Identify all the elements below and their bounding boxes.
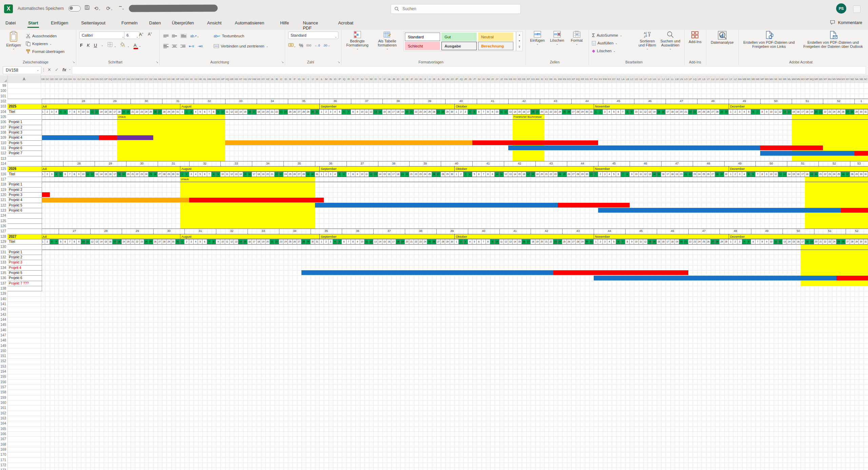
row-header[interactable]: 170	[0, 452, 6, 457]
column-header[interactable]: KF	[526, 75, 531, 83]
day-cell[interactable]: 20	[679, 109, 684, 115]
day-cell[interactable]: 7	[347, 239, 351, 244]
column-header[interactable]: MP	[805, 75, 810, 83]
day-cell[interactable]: 6	[342, 239, 346, 244]
day-cell[interactable]: 9	[630, 109, 634, 115]
week-number[interactable]: 53	[850, 161, 868, 166]
column-header[interactable]: JX	[490, 75, 495, 83]
column-header[interactable]: KZ	[616, 75, 621, 83]
style-gut[interactable]: Gut	[441, 33, 477, 41]
day-cell[interactable]: 21	[131, 109, 135, 115]
day-cell[interactable]: 27	[571, 109, 576, 115]
day-cell[interactable]: 24	[697, 109, 702, 115]
day-cell[interactable]: 19	[122, 239, 126, 244]
day-cell[interactable]: 3	[463, 239, 468, 244]
column-header[interactable]: JN	[445, 75, 450, 83]
day-cell[interactable]: 20	[540, 239, 544, 244]
month-label[interactable]: November	[595, 166, 610, 171]
day-cell[interactable]: 23	[140, 239, 144, 244]
column-header[interactable]: IW	[369, 75, 374, 83]
day-cell[interactable]: 27	[846, 109, 850, 115]
format-painter-button[interactable]: Format übertragen	[26, 47, 64, 56]
day-cell[interactable]: 23	[693, 172, 697, 177]
column-header[interactable]: GW	[135, 75, 140, 83]
day-cell[interactable]: 25	[427, 172, 432, 177]
week-number[interactable]: 33	[248, 229, 279, 234]
day-cell[interactable]: 23	[553, 172, 558, 177]
day-cell[interactable]: 25	[836, 172, 841, 177]
row-header[interactable]: 153	[0, 364, 6, 369]
day-cell[interactable]: 23	[828, 239, 832, 244]
day-cell[interactable]: 28	[715, 172, 719, 177]
column-header[interactable]: LV	[715, 75, 720, 83]
tab-datei[interactable]: Datei	[4, 20, 17, 25]
week-number[interactable]: 49	[729, 99, 760, 104]
day-cell[interactable]: 3	[189, 172, 194, 177]
day-cell[interactable]: 20	[679, 239, 684, 244]
day-cell[interactable]: 17	[391, 109, 396, 115]
day-cell[interactable]: 28	[715, 109, 719, 115]
italic-button[interactable]: K	[87, 43, 90, 48]
column-header[interactable]: MJ	[778, 75, 783, 83]
column-header[interactable]: IL	[319, 75, 324, 83]
column-header[interactable]: KX	[607, 75, 612, 83]
project-label-cell[interactable]: Projekt 6	[7, 275, 42, 281]
tab-überprüfen[interactable]: Überprüfen	[171, 20, 195, 25]
day-cell[interactable]: 8	[486, 172, 490, 177]
column-header[interactable]: MS	[818, 75, 823, 83]
font-color-icon[interactable]: A ⌄	[134, 43, 141, 48]
day-cell[interactable]: 2	[598, 239, 603, 244]
day-cell[interactable]: 27	[158, 109, 162, 115]
column-header[interactable]: HU	[243, 75, 248, 83]
day-cell[interactable]: 2	[45, 172, 50, 177]
accounting-format-icon[interactable]: ⌄	[288, 42, 296, 48]
week-number[interactable]: 43	[540, 99, 571, 104]
day-cell[interactable]: 24	[283, 172, 288, 177]
day-cell[interactable]: 23	[279, 239, 283, 244]
row-header[interactable]: 150	[0, 348, 6, 353]
day-cell[interactable]: 16	[661, 239, 666, 244]
day-cell[interactable]: 31	[315, 109, 319, 115]
day-cell[interactable]: 2	[184, 109, 189, 115]
column-header[interactable]: KP	[571, 75, 576, 83]
column-header[interactable]: GG	[63, 75, 68, 83]
month-label[interactable]: November	[595, 234, 610, 239]
day-cell[interactable]: 15	[104, 109, 108, 115]
row-header[interactable]: 124	[0, 213, 6, 218]
day-cell[interactable]: 15	[382, 172, 387, 177]
day-cell[interactable]: 19	[675, 239, 679, 244]
column-header[interactable]: IR	[347, 75, 351, 83]
week-number[interactable]: 48	[719, 229, 751, 234]
day-cell[interactable]: 26	[432, 239, 436, 244]
styles-gallery-scroll[interactable]: ▴▾⊽	[516, 32, 523, 51]
day-cell[interactable]: 3	[737, 172, 742, 177]
column-header[interactable]: JW	[486, 75, 491, 83]
column-header[interactable]: GU	[126, 75, 131, 83]
day-cell[interactable]: 14	[238, 109, 243, 115]
day-cell[interactable]: 10	[495, 239, 499, 244]
column-header[interactable]: KQ	[576, 75, 580, 83]
day-cell[interactable]: 14	[513, 109, 517, 115]
decrease-font-icon[interactable]: A˅	[148, 32, 152, 37]
month-label[interactable]: Oktober	[456, 104, 467, 109]
day-cell[interactable]: 6	[202, 239, 207, 244]
day-cell[interactable]: 31	[176, 239, 180, 244]
day-cell[interactable]: 19	[400, 172, 405, 177]
column-header[interactable]: IP	[337, 75, 342, 83]
gantt-bar-red[interactable]	[189, 198, 324, 202]
empty-col-a-cell[interactable]	[7, 177, 42, 182]
day-cell[interactable]: 29	[580, 239, 585, 244]
day-cell[interactable]: 28	[301, 172, 306, 177]
day-cell[interactable]: 5	[59, 109, 63, 115]
day-cell[interactable]: 26	[706, 109, 711, 115]
project-label-cell[interactable]: Projekt 4	[7, 135, 42, 140]
day-cell[interactable]: 2	[459, 172, 463, 177]
column-header[interactable]: LR	[697, 75, 702, 83]
column-header[interactable]: HR	[230, 75, 234, 83]
day-cell[interactable]: 16	[796, 239, 801, 244]
day-cell[interactable]: 18	[117, 109, 121, 115]
day-cell[interactable]: 6	[751, 239, 755, 244]
day-cell[interactable]: 1	[319, 172, 324, 177]
row-header[interactable]: 104	[0, 109, 6, 114]
week-number[interactable]: 39	[436, 229, 468, 234]
